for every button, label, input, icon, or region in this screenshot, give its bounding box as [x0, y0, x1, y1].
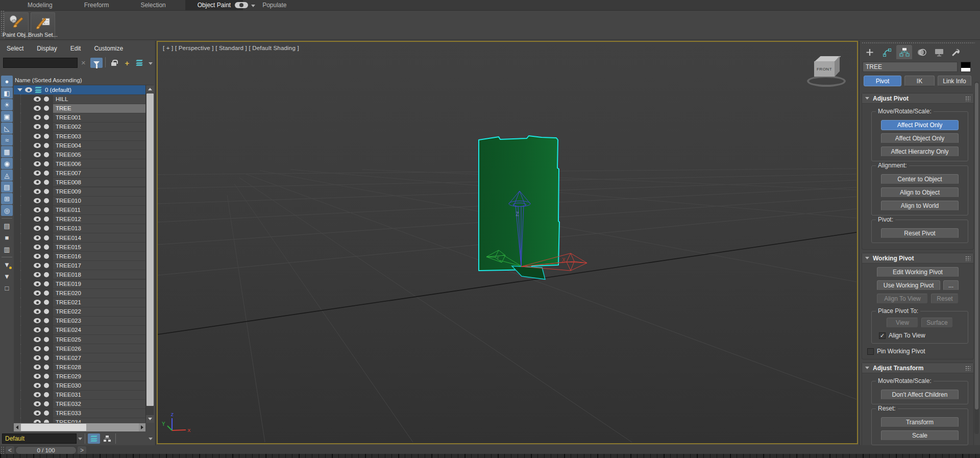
- ribbon-tab-modeling[interactable]: Modeling: [15, 0, 65, 10]
- align-to-object-button[interactable]: Align to Object: [881, 187, 958, 198]
- list-item-tree026[interactable]: TREE026: [14, 344, 145, 353]
- list-item-tree002[interactable]: TREE002: [14, 122, 145, 131]
- select-none-icon[interactable]: ■: [1, 232, 13, 243]
- visibility-eye-icon[interactable]: [34, 161, 41, 166]
- list-item-tree031[interactable]: TREE031: [14, 390, 145, 399]
- menu-select[interactable]: Select: [7, 45, 23, 52]
- list-item-tree018[interactable]: TREE018: [14, 270, 145, 279]
- visibility-eye-icon[interactable]: [34, 420, 41, 423]
- rollout-grip-icon[interactable]: [965, 96, 970, 101]
- selection-dot-icon[interactable]: [44, 355, 49, 360]
- list-item-layer-root[interactable]: 0 (default): [14, 85, 145, 94]
- selection-dot-icon[interactable]: [44, 198, 49, 203]
- scale-button[interactable]: Scale: [881, 430, 958, 441]
- list-item-tree013[interactable]: TREE013: [14, 224, 145, 233]
- place-pivot-view-button[interactable]: View: [887, 318, 918, 328]
- pivot-mode-button[interactable]: Pivot: [864, 76, 901, 86]
- visibility-eye-icon[interactable]: [34, 180, 41, 185]
- expand-list-icon[interactable]: ▤: [1, 220, 13, 231]
- align-to-view-button[interactable]: Align To View: [877, 294, 928, 304]
- display-cameras-icon[interactable]: ▣: [1, 111, 13, 122]
- visibility-eye-icon[interactable]: [34, 152, 41, 157]
- visibility-eye-icon[interactable]: [34, 411, 41, 416]
- tab-modify[interactable]: [879, 45, 895, 59]
- display-shapes-icon[interactable]: ◧: [1, 87, 13, 99]
- list-item-tree017[interactable]: TREE017: [14, 261, 145, 270]
- selection-dot-icon[interactable]: [44, 171, 49, 176]
- reset-pivot-button[interactable]: Reset Pivot: [881, 228, 958, 238]
- selection-dot-icon[interactable]: [44, 124, 49, 129]
- selection-dot-icon[interactable]: [44, 411, 49, 416]
- expand-triangle-icon[interactable]: [17, 88, 22, 91]
- filter-selection-button[interactable]: [90, 58, 103, 68]
- list-item-tree008[interactable]: TREE008: [14, 178, 145, 187]
- selection-dot-icon[interactable]: [44, 143, 49, 148]
- selection-dot-icon[interactable]: [44, 383, 49, 388]
- place-pivot-surface-button[interactable]: Surface: [921, 318, 953, 328]
- list-item-tree009[interactable]: TREE009: [14, 187, 145, 196]
- layer-mode-button[interactable]: [88, 433, 100, 444]
- display-containers-icon[interactable]: ◉: [1, 158, 13, 169]
- selection-dot-icon[interactable]: [44, 180, 49, 185]
- pin-working-pivot-checkbox[interactable]: [867, 348, 874, 355]
- visibility-eye-icon[interactable]: [34, 337, 41, 342]
- selection-dot-icon[interactable]: [44, 226, 49, 231]
- ribbon-minimize-button[interactable]: [235, 2, 248, 8]
- tab-hierarchy[interactable]: [896, 45, 912, 59]
- viewport-header-label[interactable]: [ + ] [ Perspective ] [ Standard ] [ Def…: [163, 45, 299, 51]
- selection-dot-icon[interactable]: [44, 327, 49, 332]
- selection-dot-icon[interactable]: [44, 374, 49, 379]
- display-particles-icon[interactable]: ◬: [1, 170, 13, 181]
- visibility-eye-icon[interactable]: [34, 216, 41, 222]
- list-view-icon[interactable]: ▥: [1, 244, 13, 255]
- menu-display[interactable]: Display: [37, 45, 57, 52]
- list-item-tree022[interactable]: TREE022: [14, 307, 145, 316]
- rollout-grip-icon[interactable]: [965, 366, 970, 371]
- use-working-pivot-button[interactable]: Use Working Pivot: [877, 280, 940, 291]
- scroll-left-button[interactable]: [14, 423, 20, 431]
- ribbon-overflow-caret-icon[interactable]: [251, 5, 255, 7]
- visibility-eye-icon[interactable]: [34, 124, 41, 129]
- filter-config-icon[interactable]: ▼: [1, 259, 13, 270]
- viewcube[interactable]: FRONT: [806, 55, 849, 89]
- next-frame-button[interactable]: >: [78, 446, 86, 454]
- tab-utilities[interactable]: [948, 45, 964, 59]
- ribbon-tab-selection[interactable]: Selection: [128, 0, 178, 10]
- selection-dot-icon[interactable]: [44, 152, 49, 157]
- filter-icon[interactable]: ▼: [1, 271, 13, 282]
- selection-dot-icon[interactable]: [44, 161, 49, 166]
- list-sort-header[interactable]: Name (Sorted Ascending): [14, 76, 154, 85]
- selection-dot-icon[interactable]: [44, 318, 49, 323]
- visibility-eye-icon[interactable]: [34, 281, 41, 286]
- don-t-affect-children-button[interactable]: Don't Affect Children: [881, 390, 958, 400]
- list-item-tree012[interactable]: TREE012: [14, 214, 145, 224]
- visibility-eye-icon[interactable]: [34, 198, 41, 203]
- visibility-eye-icon[interactable]: [34, 365, 41, 370]
- working-pivot-more-button[interactable]: ...: [943, 280, 959, 291]
- list-item-tree011[interactable]: TREE011: [14, 205, 145, 214]
- tab-create[interactable]: [862, 45, 877, 59]
- visibility-eye-icon[interactable]: [25, 87, 32, 92]
- visibility-eye-icon[interactable]: [34, 207, 41, 212]
- paint-objects-button[interactable]: Paint Obj...: [4, 12, 29, 39]
- visibility-eye-icon[interactable]: [34, 327, 41, 332]
- list-item-tree024[interactable]: TREE024: [14, 325, 145, 334]
- selection-dot-icon[interactable]: [44, 309, 49, 314]
- visibility-eye-icon[interactable]: [34, 171, 41, 176]
- pick-container-icon[interactable]: □: [1, 282, 13, 294]
- scroll-right-button[interactable]: [139, 423, 145, 431]
- align-to-world-button[interactable]: Align to World: [881, 201, 958, 211]
- scrollbar-thumb[interactable]: [21, 424, 86, 431]
- list-item-tree019[interactable]: TREE019: [14, 279, 145, 288]
- list-item-tree032[interactable]: TREE032: [14, 399, 145, 408]
- list-vertical-scrollbar[interactable]: [145, 85, 154, 423]
- selection-dot-icon[interactable]: [44, 272, 49, 277]
- selection-dot-icon[interactable]: [44, 420, 49, 423]
- list-item-tree029[interactable]: TREE029: [14, 372, 145, 381]
- command-panel-grip[interactable]: [862, 42, 975, 44]
- list-item-tree015[interactable]: TREE015: [14, 243, 145, 252]
- visibility-eye-icon[interactable]: [34, 401, 41, 406]
- command-panel-scrollbar[interactable]: [974, 82, 979, 434]
- display-groups-icon[interactable]: ⊞: [1, 193, 13, 204]
- selection-dot-icon[interactable]: [44, 300, 49, 305]
